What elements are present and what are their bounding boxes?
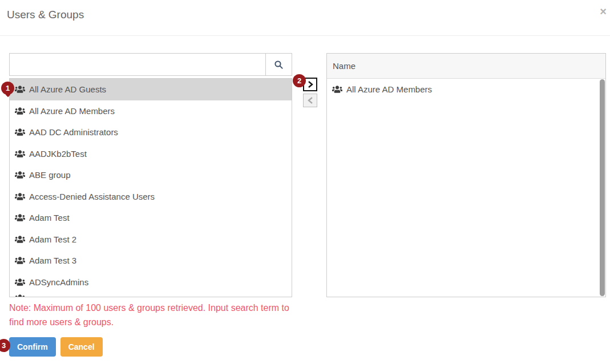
annotation-badge-2: 2	[293, 74, 306, 87]
available-groups-list: All Azure AD Guests All Azure AD Members…	[9, 78, 292, 297]
list-item-label: Adam Test 3	[29, 256, 76, 265]
search-icon	[274, 60, 284, 70]
list-item[interactable]: AADJKb2bTest	[10, 143, 292, 165]
users-group-icon	[15, 294, 25, 297]
page-title: Users & Groups	[7, 9, 84, 21]
users-group-icon	[15, 256, 25, 265]
list-item[interactable]: ABE group	[10, 164, 292, 186]
users-group-icon	[15, 213, 25, 222]
search-button[interactable]	[265, 53, 292, 76]
cancel-button[interactable]: Cancel	[60, 337, 103, 357]
selected-groups-panel: Name All Azure AD Members	[326, 53, 606, 297]
list-item[interactable]: All Azure AD Members	[10, 100, 292, 122]
users-group-icon	[15, 128, 25, 136]
users-group-icon	[15, 85, 25, 94]
list-item[interactable]: Adam Test	[10, 207, 292, 229]
users-group-icon	[15, 192, 25, 201]
users-group-icon	[15, 235, 25, 244]
list-item-label: Adam Test 2	[29, 234, 76, 244]
note-text: Note: Maximum of 100 users & groups retr…	[9, 301, 294, 329]
search-input[interactable]	[9, 53, 265, 76]
confirm-button[interactable]: Confirm	[9, 337, 56, 357]
dialog-actions: Confirm Cancel	[9, 337, 103, 357]
list-item-partially-visible[interactable]	[10, 293, 292, 297]
search-bar	[9, 53, 292, 76]
users-group-icon	[15, 278, 25, 286]
list-item[interactable]: AAD DC Administrators	[10, 122, 292, 143]
list-item[interactable]: Access-Denied Assistance Users	[10, 186, 292, 208]
header-divider	[0, 35, 610, 36]
list-item[interactable]: All Azure AD Guests	[10, 79, 292, 100]
list-item-label: AAD DC Administrators	[29, 127, 118, 137]
chevron-left-icon	[307, 96, 314, 104]
annotation-badge-1: 1	[1, 82, 14, 95]
list-item[interactable]: ADSyncAdmins	[10, 272, 292, 293]
list-item-label: Access-Denied Assistance Users	[29, 192, 155, 201]
list-item[interactable]: Adam Test 3	[10, 250, 292, 272]
chevron-right-icon	[307, 80, 314, 88]
users-group-icon	[15, 171, 25, 179]
selected-groups-list: All Azure AD Members	[327, 79, 605, 297]
scrollbar-thumb[interactable]	[600, 79, 605, 296]
list-item-label: ADSyncAdmins	[29, 277, 88, 287]
move-left-button[interactable]	[303, 94, 317, 107]
list-item-label: All Azure AD Members	[29, 106, 115, 116]
list-item-label: Adam Test	[29, 213, 70, 223]
list-item[interactable]: Adam Test 2	[10, 229, 292, 250]
name-column-header: Name	[327, 54, 605, 79]
users-group-icon	[15, 149, 25, 158]
list-item-label: All Azure AD Members	[346, 84, 432, 94]
users-group-icon	[332, 85, 342, 94]
close-icon[interactable]: ×	[600, 6, 607, 17]
list-item-label: AADJKb2bTest	[29, 149, 87, 159]
list-item[interactable]: All Azure AD Members	[327, 79, 605, 100]
users-group-icon	[15, 107, 25, 115]
list-item-label: ABE group	[29, 170, 71, 180]
list-item-label: All Azure AD Guests	[29, 84, 106, 94]
